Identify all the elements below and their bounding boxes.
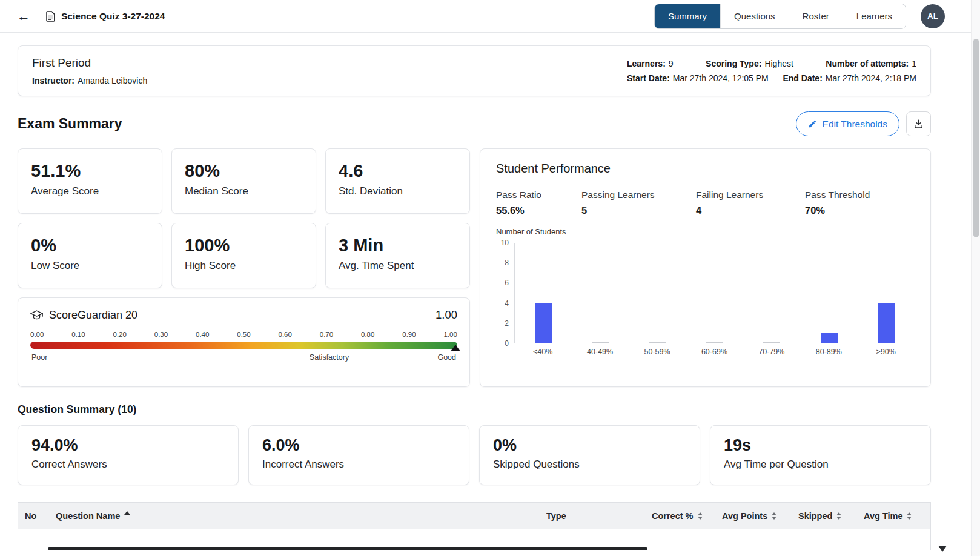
x-tick-label: 40-49% — [571, 348, 628, 356]
graduation-cap-icon — [30, 309, 43, 321]
tab-roster[interactable]: Roster — [789, 4, 843, 28]
scale-tick-label: 0.70 — [320, 331, 333, 338]
chart-plot-area: <40%40-49%50-59%60-69%70-79%80-89%>90% — [514, 243, 915, 356]
stat-correct-answers: 94.0% Correct Answers — [18, 425, 239, 485]
session-info-card: First Period Instructor:Amanda Leibovich… — [18, 45, 931, 96]
x-tick-label: 50-59% — [629, 348, 686, 356]
y-tick-label: 6 — [505, 279, 509, 286]
summary-layout: 51.1% Average Score 80% Median Score 4.6… — [18, 148, 931, 387]
bar-slot — [800, 243, 857, 343]
meta-scoring-type: Scoring Type:Highest — [706, 59, 793, 68]
session-instructor: Instructor:Amanda Leibovich — [32, 76, 147, 85]
performance-bar-chart: 0246810 <40%40-49%50-59%60-69%70-79%80-8… — [496, 243, 915, 356]
scoreguardian-gradient-bar — [30, 342, 457, 349]
x-tick-label: >90% — [858, 348, 915, 356]
exam-summary-heading: Exam Summary — [18, 116, 122, 132]
x-tick-label: <40% — [514, 348, 571, 356]
bar-slot — [572, 243, 629, 343]
metric-pass-threshold: Pass Threshold 70% — [805, 190, 870, 216]
scoreguardian-card: ScoreGuardian 20 1.00 0.000.100.200.300.… — [18, 297, 470, 387]
download-button[interactable] — [906, 111, 931, 136]
y-tick-label: 10 — [501, 239, 509, 247]
exam-stats-grid: 51.1% Average Score 80% Median Score 4.6… — [18, 148, 470, 288]
bar-70-79% — [763, 342, 780, 343]
y-tick-label: 4 — [505, 300, 509, 307]
column-question-name[interactable]: Question Name — [49, 503, 540, 529]
tab-learners[interactable]: Learners — [843, 4, 906, 28]
column-no: No — [18, 503, 49, 529]
sort-asc-icon[interactable] — [124, 511, 130, 515]
sort-icon[interactable] — [698, 512, 703, 520]
clipped-row-content — [48, 547, 647, 550]
bar-slot — [686, 243, 743, 343]
scrollbar-thumb[interactable] — [973, 39, 979, 237]
stat-skipped-questions: 0% Skipped Questions — [479, 425, 700, 485]
scale-tick-label: 0.40 — [196, 331, 209, 338]
user-avatar[interactable]: AL — [921, 4, 945, 28]
session-left: First Period Instructor:Amanda Leibovich — [32, 55, 147, 85]
scoreguardian-title: ScoreGuardian 20 — [49, 309, 137, 322]
stat-label: High Score — [185, 260, 303, 272]
scale-tick-label: 0.20 — [113, 331, 127, 338]
scoreguardian-value: 1.00 — [435, 308, 457, 322]
bar-slot — [858, 243, 915, 343]
back-button[interactable]: ← — [15, 7, 33, 25]
tab-group: Summary Questions Roster Learners — [654, 4, 906, 29]
x-tick-label: 60-69% — [686, 348, 743, 356]
scale-tick-label: 0.90 — [402, 331, 416, 338]
scale-tick-label: 0.50 — [237, 331, 250, 338]
sort-icon[interactable] — [772, 512, 776, 520]
question-summary-heading: Question Summary (10) — [18, 403, 931, 416]
metric-failing-learners: Failing Learners 4 — [696, 190, 805, 216]
bar-80-89% — [821, 333, 838, 343]
column-correct-percent[interactable]: Correct % — [645, 503, 715, 529]
sort-icon[interactable] — [836, 512, 841, 520]
meta-end-date: End Date:Mar 27th 2024, 2:18 PM — [783, 73, 916, 83]
bar->90% — [878, 303, 895, 343]
meta-attempts: Number of attempts:1 — [826, 59, 916, 68]
session-meta: Learners:9 Scoring Type:Highest Number o… — [627, 55, 916, 85]
student-performance-title: Student Performance — [496, 162, 915, 176]
x-axis-labels: <40%40-49%50-59%60-69%70-79%80-89%>90% — [514, 348, 915, 356]
tab-summary[interactable]: Summary — [655, 4, 720, 28]
tab-questions[interactable]: Questions — [720, 4, 789, 28]
bar-slot — [743, 243, 800, 343]
main-content: First Period Instructor:Amanda Leibovich… — [0, 33, 980, 550]
document-icon — [46, 11, 55, 22]
exam-summary-actions: Edit Thresholds — [796, 111, 931, 136]
score-marker-triangle — [451, 345, 460, 351]
y-tick-label: 8 — [505, 259, 509, 266]
metric-passing-learners: Passing Learners 5 — [581, 190, 696, 216]
bar-slot — [515, 243, 572, 343]
stat-value: 0% — [31, 236, 149, 256]
stat-avg-time-per-question: 19s Avg Time per Question — [710, 425, 931, 485]
scale-tick-label: 0.60 — [279, 331, 292, 338]
zone-label-good: Good — [437, 353, 456, 362]
edit-thresholds-button[interactable]: Edit Thresholds — [796, 111, 899, 136]
instructor-value: Amanda Leibovich — [78, 76, 147, 85]
scale-tick-label: 0.80 — [361, 331, 374, 338]
stat-label: Std. Deviation — [339, 185, 457, 197]
zone-label-poor: Poor — [31, 353, 47, 362]
scoreguardian-header: ScoreGuardian 20 1.00 — [30, 308, 457, 322]
column-avg-points[interactable]: Avg Points — [715, 503, 792, 529]
vertical-scrollbar[interactable] — [971, 0, 980, 556]
stat-value: 4.6 — [339, 162, 457, 181]
summary-stats-column: 51.1% Average Score 80% Median Score 4.6… — [18, 148, 470, 387]
stat-value: 3 Min — [339, 236, 457, 256]
session-title: First Period — [32, 56, 147, 70]
bar-slot — [629, 243, 686, 343]
column-skipped[interactable]: Skipped — [792, 503, 857, 529]
stat-avg-time-spent: 3 Min Avg. Time Spent — [325, 223, 470, 288]
stat-label: Low Score — [31, 260, 149, 272]
column-avg-time[interactable]: Avg Time — [857, 503, 930, 529]
session-meta-row-1: Learners:9 Scoring Type:Highest Number o… — [627, 59, 916, 68]
scoreguardian-scale: 0.000.100.200.300.400.500.600.700.800.90… — [30, 331, 457, 363]
scale-tick-label: 0.30 — [154, 331, 168, 338]
scroll-down-arrow-icon[interactable] — [938, 546, 947, 552]
download-icon — [913, 119, 924, 129]
sort-icon[interactable] — [907, 512, 912, 520]
meta-learners: Learners:9 — [627, 59, 674, 68]
stat-value: 100% — [185, 236, 303, 256]
stat-label: Average Score — [31, 185, 149, 197]
